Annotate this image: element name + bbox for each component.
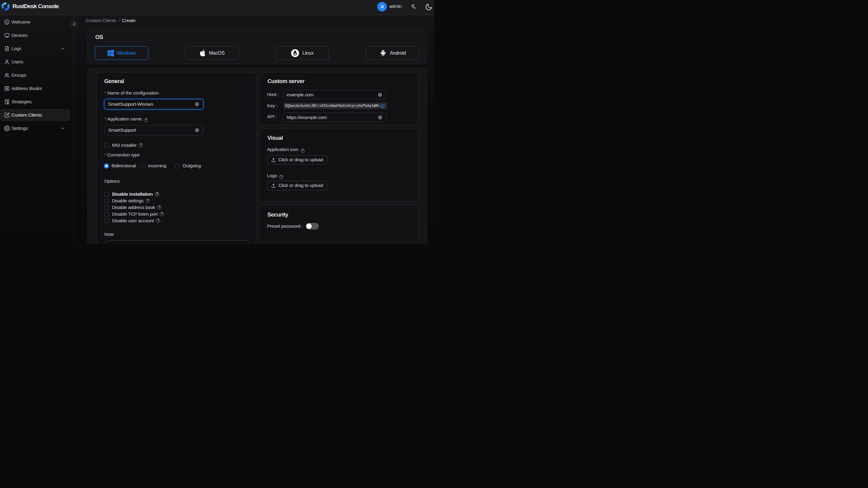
svg-text:A: A (414, 6, 416, 9)
